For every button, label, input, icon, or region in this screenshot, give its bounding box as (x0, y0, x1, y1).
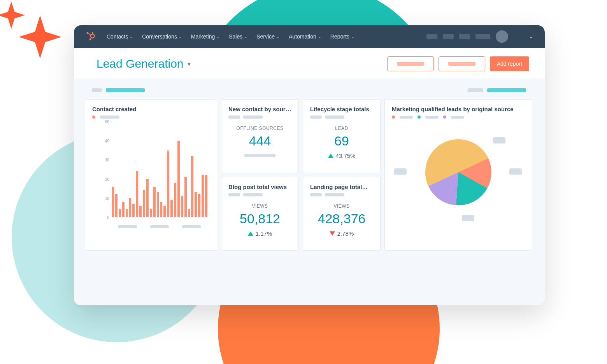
bar (163, 206, 166, 217)
bar (126, 209, 128, 217)
bar (184, 177, 187, 217)
pie-callout (509, 168, 522, 175)
app-window: Contacts⌄ Conversations⌄ Marketing⌄ Sale… (74, 25, 545, 305)
sparkle-icon (19, 16, 61, 58)
metric-delta: 2.78% (310, 230, 373, 237)
avatar[interactable] (496, 30, 508, 43)
metric-value: 69 (310, 133, 373, 149)
nav-conversations[interactable]: Conversations⌄ (138, 31, 186, 42)
chevron-down-icon: ⌄ (216, 35, 219, 39)
chevron-down-icon: ⌄ (318, 35, 321, 39)
nav-reports[interactable]: Reports⌄ (326, 31, 358, 42)
bar (115, 194, 118, 217)
metric-label: OFFLINE SOURCES (228, 126, 291, 131)
nav-service[interactable]: Service⌄ (253, 31, 283, 42)
pie-callout (394, 168, 407, 175)
nav-marketing[interactable]: Marketing⌄ (187, 31, 223, 42)
filter-active-placeholder[interactable] (487, 88, 526, 92)
header-outline-button-2[interactable] (439, 56, 485, 71)
page-title: Lead Generation (96, 57, 184, 70)
bar (202, 175, 204, 217)
nav-tool-placeholder[interactable] (426, 34, 437, 39)
filter-placeholder[interactable] (468, 88, 483, 92)
nav-sales[interactable]: Sales⌄ (225, 31, 251, 42)
bar (146, 179, 149, 217)
bar (181, 196, 183, 217)
bar (129, 198, 131, 217)
metric-delta: 43.75% (310, 152, 373, 159)
metric-label: VIEWS (310, 203, 373, 209)
pie-callout (493, 137, 505, 144)
nav-contacts[interactable]: Contacts⌄ (103, 31, 137, 42)
bar (205, 175, 207, 217)
bar (136, 171, 138, 217)
bar (122, 202, 125, 217)
bar (198, 194, 200, 217)
dashboard-switcher[interactable]: Lead Generation ▾ (96, 57, 191, 70)
card-title: Marketing qualified leads by original so… (392, 106, 525, 112)
nav-tool-placeholder[interactable] (443, 34, 454, 39)
filter-bar (92, 88, 534, 92)
bar (132, 204, 135, 217)
metric-delta: 1.17% (228, 230, 291, 237)
card-legend (392, 116, 525, 119)
trend-up-icon (248, 231, 253, 236)
chevron-down-icon: ⌄ (244, 35, 247, 39)
nav-right-tools: ⌄ (426, 30, 533, 43)
card-mql-by-source: Marketing qualified leads by original so… (384, 99, 532, 251)
header-outline-button-1[interactable] (387, 56, 434, 71)
filter-placeholder[interactable] (92, 88, 102, 92)
trend-up-icon (328, 154, 333, 158)
bar (188, 209, 190, 217)
bar (191, 156, 193, 217)
trend-down-icon (330, 231, 335, 236)
account-menu-chevron-icon[interactable]: ⌄ (529, 34, 533, 39)
hubspot-logo-icon[interactable] (86, 31, 96, 42)
nav-tool-placeholder[interactable] (459, 34, 470, 39)
bar (160, 202, 162, 217)
card-blog-post-total-views: Blog post total views VIEWS 50,812 1.17% (221, 177, 299, 251)
dashboard-body: Contact created 01020304050 Ne (74, 78, 545, 305)
nav-automation[interactable]: Automation⌄ (285, 31, 325, 42)
chevron-down-icon: ⌄ (276, 35, 279, 39)
bar (112, 187, 114, 217)
metric-value: 444 (228, 133, 291, 149)
bar (143, 190, 145, 217)
top-nav: Contacts⌄ Conversations⌄ Marketing⌄ Sale… (74, 25, 545, 48)
bar (195, 192, 197, 217)
chevron-down-icon: ⌄ (130, 35, 133, 39)
bar (153, 187, 156, 217)
card-title: Landing page total… (310, 184, 373, 190)
card-new-contact-by-source: New contact by source OFFLINE SOURCES 44… (221, 99, 299, 173)
metric-value: 50,812 (228, 211, 291, 226)
card-title: Lifecycle stage totals (310, 106, 373, 112)
bar (150, 209, 152, 217)
card-title: New contact by source (228, 106, 291, 112)
bar (119, 209, 121, 217)
card-title: Blog post total views (228, 184, 291, 190)
metric-label: VIEWS (228, 203, 291, 209)
card-legend (92, 116, 210, 119)
dashboard-header: Lead Generation ▾ Add report (74, 48, 545, 78)
filter-active-placeholder[interactable] (106, 88, 145, 92)
svg-line-5 (88, 33, 91, 36)
pie-callout (462, 215, 474, 221)
add-report-button[interactable]: Add report (490, 56, 529, 71)
metric-value: 428,376 (310, 211, 373, 226)
bar (139, 206, 142, 217)
bar-chart: 01020304050 (100, 122, 210, 231)
svg-line-6 (90, 37, 91, 39)
bar (157, 192, 159, 217)
bar (177, 141, 180, 217)
card-title: Contact created (92, 106, 210, 112)
chevron-down-icon: ▾ (188, 60, 191, 68)
card-lifecycle-stage-totals: Lifecycle stage totals LEAD 69 43.75% (303, 99, 381, 173)
pie-chart (392, 122, 525, 223)
nav-tool-placeholder[interactable] (475, 34, 490, 39)
chevron-down-icon: ⌄ (351, 35, 354, 39)
metric-label: LEAD (310, 126, 373, 131)
card-contact-created: Contact created 01020304050 (85, 99, 217, 251)
bar (174, 183, 176, 217)
bar (170, 200, 173, 217)
card-landing-page-total: Landing page total… VIEWS 428,376 2.78% (303, 177, 381, 251)
